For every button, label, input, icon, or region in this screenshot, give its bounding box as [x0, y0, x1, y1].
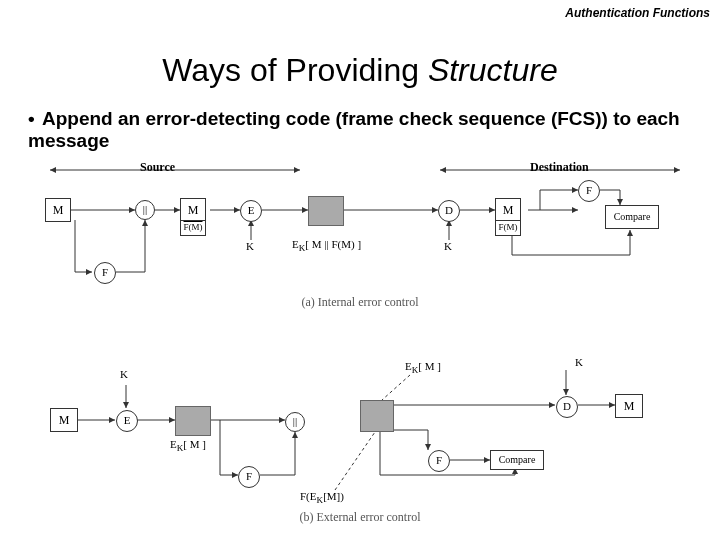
box-m2: M [180, 198, 206, 222]
label-k-e: K [246, 240, 254, 252]
circle-d: D [438, 200, 460, 222]
label-ekm-ptr: EK[ M ] [405, 360, 441, 375]
box-cipher-dest-b [360, 400, 394, 432]
bullet-dot: • [28, 108, 42, 130]
caption-b: (b) External error control [20, 510, 700, 525]
ekm-e: E [170, 438, 177, 450]
circle-concat-b: || [285, 412, 305, 432]
box-compare-b: Compare [490, 450, 544, 470]
page-title: Ways of Providing Structure [0, 52, 720, 89]
fekm-a: F(E [300, 490, 317, 502]
circle-e-b: E [116, 410, 138, 432]
box-m-src: M [45, 198, 71, 222]
fekm-rest: [M]) [323, 490, 344, 502]
label-ek: EK[ M || F(M) ] [292, 238, 361, 253]
ekm2-arg: [ M ] [418, 360, 441, 372]
box-fm-dest: F(M) [495, 220, 521, 236]
ek-e: E [292, 238, 299, 250]
ekm2-e: E [405, 360, 412, 372]
bullet-text: Append an error-detecting code (frame ch… [28, 108, 680, 151]
circle-d-b: D [556, 396, 578, 418]
label-destination: Destination [530, 160, 589, 175]
label-k-d: K [444, 240, 452, 252]
caption-a: (a) Internal error control [20, 295, 700, 310]
label-k-src-b: K [120, 368, 128, 380]
circle-f-b: F [238, 466, 260, 488]
diagram-a: Source Destination M || M F(M) E K EK[ M… [20, 160, 700, 310]
circle-f-dest: F [578, 180, 600, 202]
box-fm-under: F(M) [180, 220, 206, 236]
circle-f-src: F [94, 262, 116, 284]
box-cipher-b [175, 406, 211, 436]
box-compare-a: Compare [605, 205, 659, 229]
circle-f-dest-b: F [428, 450, 450, 472]
label-source: Source [140, 160, 175, 175]
ekm-arg: [ M ] [183, 438, 206, 450]
box-m-dest: M [495, 198, 521, 222]
svg-line-40 [382, 375, 410, 400]
diagram-b: K K M E EK[ M ] || F EK[ M ] F Compare D… [20, 350, 700, 530]
title-italic: Structure [428, 52, 558, 88]
svg-line-41 [335, 432, 375, 490]
title-plain: Ways of Providing [162, 52, 428, 88]
label-ekm-b: EK[ M ] [170, 438, 206, 453]
circle-e: E [240, 200, 262, 222]
circle-concat: || [135, 200, 155, 220]
ek-arg: [ M || F(M) ] [305, 238, 361, 250]
box-m-dest-b: M [615, 394, 643, 418]
label-fekm: F(EK[M]) [300, 490, 344, 505]
page-header: Authentication Functions [565, 6, 710, 20]
box-cipher [308, 196, 344, 226]
box-m-b: M [50, 408, 78, 432]
bullet-item: •Append an error-detecting code (frame c… [28, 108, 700, 152]
label-k-dst-b: K [575, 356, 583, 368]
